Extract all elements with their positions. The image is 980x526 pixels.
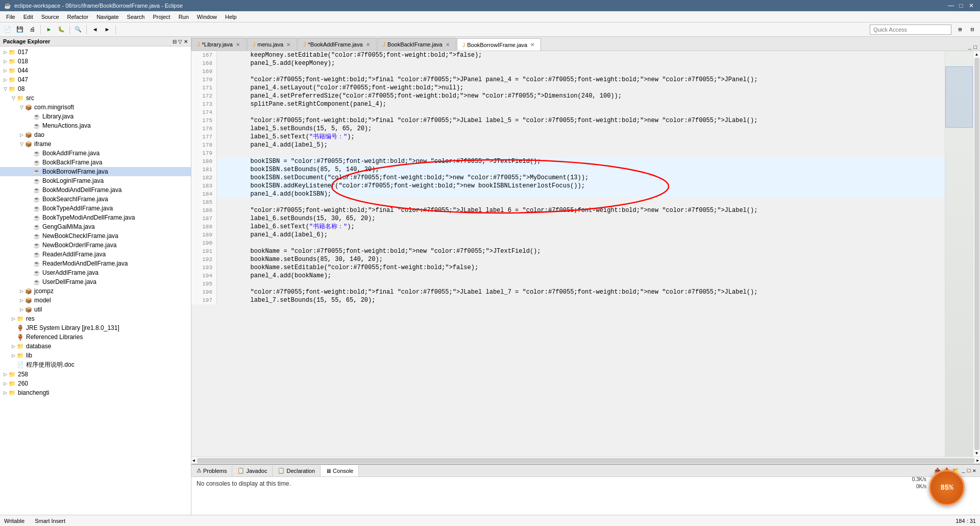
search-button[interactable]: 🔍 xyxy=(72,24,84,35)
tree-item[interactable]: ▷📦jcompz xyxy=(0,286,191,296)
tree-item[interactable]: ☕BookBackIFrame.java xyxy=(0,158,191,167)
tab-menu[interactable]: J menu.java ✕ xyxy=(247,38,297,51)
tab-menu-close[interactable]: ✕ xyxy=(285,42,291,47)
line-content[interactable] xyxy=(217,108,945,116)
tree-item[interactable]: 🏺Referenced Libraries xyxy=(0,332,191,342)
line-content[interactable]: "color:#7f0055;font-weight:bold;">final … xyxy=(217,116,945,125)
new-button[interactable]: 📄 xyxy=(2,24,13,35)
line-content[interactable]: bookISBN.setBounds(85, 5, 140, 20); xyxy=(217,165,945,174)
line-content[interactable]: panel_4.setPreferredSize("color:#7f0055;… xyxy=(217,92,945,100)
run-button[interactable]: ▶ xyxy=(43,24,55,35)
line-content[interactable] xyxy=(217,149,945,157)
tree-item[interactable]: ☕UserDellFrame.java xyxy=(0,277,191,286)
tree-item[interactable]: ▷📁database xyxy=(0,342,191,351)
scroll-up-arrow[interactable]: ▲ xyxy=(975,52,978,57)
tab-declaration[interactable]: 📋 Declaration xyxy=(273,465,321,476)
tree-item[interactable]: ☕BookLoginIFrame.java xyxy=(0,176,191,185)
line-content[interactable] xyxy=(217,198,945,206)
line-content[interactable]: keepMoney.setEditable("color:#7f0055;fon… xyxy=(217,51,945,59)
tree-item[interactable]: ▽📦iframe xyxy=(0,139,191,149)
tree-item[interactable]: ☕NewBookOrderIFrame.java xyxy=(0,241,191,250)
line-content[interactable]: label_6.setBounds(15, 30, 65, 20); xyxy=(217,214,945,223)
menu-window[interactable]: Window xyxy=(193,13,221,21)
tree-item[interactable]: ▷📦util xyxy=(0,305,191,314)
menu-search[interactable]: Search xyxy=(123,13,149,21)
tab-bookback[interactable]: J BookBackIFrame.java ✕ xyxy=(377,38,456,51)
tree-item[interactable]: ☕MenuActions.java xyxy=(0,121,191,130)
tree-item[interactable]: ▷📁lib xyxy=(0,351,191,360)
line-content[interactable]: panel_4.add(bookISBN); xyxy=(217,190,945,198)
scroll-right-arrow[interactable]: ▶ xyxy=(975,458,980,463)
tree-item[interactable]: ▷📁017 xyxy=(0,47,191,57)
tree-item[interactable]: ☕NewBookCheckIFrame.java xyxy=(0,231,191,241)
tab-bookadd[interactable]: J *BookAddIFrame.java ✕ xyxy=(298,38,377,51)
code-editor[interactable]: 167 keepMoney.setEditable("color:#7f0055… xyxy=(191,51,945,457)
vertical-scrollbar[interactable]: ▲ ▼ xyxy=(973,51,980,457)
line-content[interactable]: bookISBN.setDocument("color:#7f0055;font… xyxy=(217,174,945,182)
tree-item[interactable]: ▽📦com.mingrisoft xyxy=(0,103,191,112)
network-indicator[interactable]: 85% xyxy=(929,470,965,506)
save-button[interactable]: 💾 xyxy=(14,24,26,35)
tree-item[interactable]: ☕BookBorrowIFrame.java xyxy=(0,167,191,176)
menu-file[interactable]: File xyxy=(2,13,19,21)
line-content[interactable]: panel_5.add(keepMoney); xyxy=(217,59,945,67)
minimap-thumb[interactable] xyxy=(945,66,973,128)
tab-bookborrow[interactable]: J BookBorrowIFrame.java ✕ xyxy=(457,38,542,51)
line-content[interactable]: bookName.setEditable("color:#7f0055;font… xyxy=(217,264,945,272)
line-content[interactable]: bookName = "color:#7f0055;font-weight:bo… xyxy=(217,247,945,255)
maximize-editor-icon[interactable]: □ xyxy=(973,44,977,51)
horizontal-scrollbar[interactable]: ◀ ▶ xyxy=(191,457,980,464)
line-content[interactable]: label_6.setText("书籍名称："); xyxy=(217,223,945,231)
line-content[interactable]: "color:#7f0055;font-weight:bold;">final … xyxy=(217,76,945,84)
minimize-bottom[interactable]: _ xyxy=(962,468,965,474)
views-button[interactable]: ⊟ xyxy=(967,24,978,35)
line-content[interactable] xyxy=(217,67,945,76)
pe-menu-icon[interactable]: ▽ xyxy=(178,39,182,44)
menu-run[interactable]: Run xyxy=(175,13,193,21)
tree-item[interactable]: ▷📁bianchengti xyxy=(0,388,191,397)
perspective-button[interactable]: ⊞ xyxy=(954,24,966,35)
tree-item[interactable]: ▷📦model xyxy=(0,296,191,305)
menu-navigate[interactable]: Navigate xyxy=(92,13,122,21)
tree-item[interactable]: 📄程序使用说明.doc xyxy=(0,360,191,370)
tree-item[interactable]: ☕GengGaiMiMa.java xyxy=(0,222,191,231)
tree-item[interactable]: ☕ReaderAddIFrame.java xyxy=(0,250,191,259)
line-content[interactable]: label_5.setText("书籍编号："); xyxy=(217,133,945,141)
menu-refactor[interactable]: Refactor xyxy=(63,13,93,21)
line-content[interactable]: panel_4.setLayout("color:#7f0055;font-we… xyxy=(217,84,945,92)
line-content[interactable]: splitPane.setRightComponent(panel_4); xyxy=(217,100,945,108)
tree-item[interactable]: ▷📁res xyxy=(0,314,191,323)
scroll-down-arrow[interactable]: ▼ xyxy=(975,451,978,456)
close-bottom[interactable]: ✕ xyxy=(972,467,976,474)
back-button[interactable]: ◀ xyxy=(89,24,101,35)
tab-problems[interactable]: ⚠ Problems xyxy=(191,465,232,476)
menu-source[interactable]: Source xyxy=(37,13,63,21)
maximize-bottom[interactable]: □ xyxy=(967,468,971,474)
minimize-editor-icon[interactable]: _ xyxy=(968,44,972,51)
pe-close-icon[interactable]: ✕ xyxy=(184,39,188,44)
tree-item[interactable]: ▷📁018 xyxy=(0,57,191,66)
tree-item[interactable]: ☕ReaderModiAndDellFrame.java xyxy=(0,259,191,268)
tree-item[interactable]: ☕UserAddIFrame.java xyxy=(0,268,191,277)
tab-bookborrow-close[interactable]: ✕ xyxy=(529,42,535,47)
menu-help[interactable]: Help xyxy=(221,13,241,21)
quick-access-input[interactable] xyxy=(870,25,951,35)
menu-project[interactable]: Project xyxy=(149,13,174,21)
tree-item[interactable]: ▽📁08 xyxy=(0,84,191,93)
tab-bookback-close[interactable]: ✕ xyxy=(445,42,451,47)
tab-javadoc[interactable]: 📋 Javadoc xyxy=(232,465,273,476)
tree-item[interactable]: ▽📁src xyxy=(0,93,191,103)
horizontal-thumb[interactable] xyxy=(197,458,974,463)
tree-item[interactable]: ☕BookAddIFrame.java xyxy=(0,149,191,158)
maximize-button[interactable]: □ xyxy=(957,1,966,10)
tree-item[interactable]: ▷📁047 xyxy=(0,75,191,84)
line-content[interactable]: "color:#7f0055;font-weight:bold;">final … xyxy=(217,206,945,214)
scroll-left-arrow[interactable]: ◀ xyxy=(191,458,196,463)
line-content[interactable]: bookISBN.addKeyListener("color:#7f0055;f… xyxy=(217,182,945,190)
tree-item[interactable]: ☕BookModiAndDellFrame.java xyxy=(0,185,191,195)
print-button[interactable]: 🖨 xyxy=(27,24,38,35)
line-content[interactable]: panel_4.add(label_5); xyxy=(217,141,945,149)
line-content[interactable]: panel_4.add(label_6); xyxy=(217,231,945,239)
line-content[interactable]: panel_4.add(bookName); xyxy=(217,272,945,280)
tree-item[interactable]: ☕BookSearchIFrame.java xyxy=(0,195,191,204)
